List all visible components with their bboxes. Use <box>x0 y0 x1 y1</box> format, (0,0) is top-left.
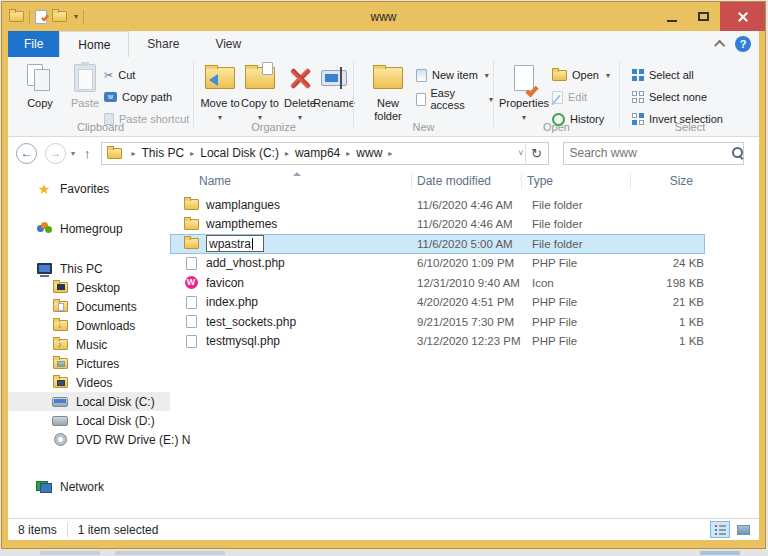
main-area: ★ Favorites Homegroup This PC <box>8 169 759 518</box>
properties-quick-icon[interactable] <box>35 10 47 24</box>
sidebar-item-pictures[interactable]: Pictures <box>8 354 170 373</box>
sidebar-item-desktop[interactable]: Desktop <box>8 278 170 297</box>
file-row-wampthemes[interactable]: wampthemes 11/6/2020 4:46 AM File folder <box>170 215 705 235</box>
breadcrumb-separator: ▸ <box>340 149 356 158</box>
copy-path-icon: w <box>104 92 117 102</box>
close-button[interactable] <box>720 2 765 31</box>
new-folder-icon <box>373 67 403 89</box>
copy-to-button[interactable]: Copy to ▾ <box>240 62 280 122</box>
back-icon: ← <box>21 146 33 160</box>
breadcrumb-wamp64[interactable]: wamp64 <box>295 146 340 160</box>
file-row-wpastra-selected[interactable]: wpastra 11/6/2020 5:00 AM File folder <box>170 234 705 254</box>
sidebar-item-music[interactable]: ♪ Music <box>8 335 170 354</box>
tab-share[interactable]: Share <box>129 31 197 57</box>
recent-locations-icon[interactable]: ▾ <box>71 149 75 158</box>
sidebar-item-favorites[interactable]: ★ Favorites <box>8 179 170 198</box>
background-window-sliver <box>0 550 768 556</box>
paste-button[interactable]: Paste <box>63 62 107 110</box>
details-view-button[interactable] <box>710 521 730 538</box>
search-input[interactable] <box>564 146 731 160</box>
copy-path-button[interactable]: w Copy path <box>104 87 172 107</box>
sidebar-item-documents[interactable]: Documents <box>8 297 170 316</box>
sidebar-item-videos[interactable]: Videos <box>8 373 170 392</box>
easy-access-button[interactable]: Easy access▾ <box>416 89 493 109</box>
open-button[interactable]: Open▾ <box>552 65 610 85</box>
group-label-clipboard: Clipboard <box>8 121 193 133</box>
refresh-button[interactable]: ↻ <box>525 143 548 164</box>
php-file-icon <box>186 315 197 328</box>
maximize-button[interactable] <box>686 2 720 31</box>
qat-dropdown-icon[interactable]: ▾ <box>74 12 78 21</box>
thumbnails-view-button[interactable] <box>733 521 753 538</box>
column-header-type[interactable]: Type <box>521 173 630 189</box>
quick-access-toolbar: ▾ <box>2 10 84 24</box>
cut-icon: ✂ <box>104 69 113 82</box>
sidebar-item-local-disk-c[interactable]: Local Disk (C:) <box>8 392 170 411</box>
address-bar[interactable]: ▸ This PC ▸ Local Disk (C:) ▸ wamp64 ▸ w… <box>101 142 549 165</box>
file-row-favicon[interactable]: Wfavicon 12/31/2010 9:40 AM Icon 198 KB <box>170 273 705 293</box>
text-cursor <box>252 238 253 250</box>
local-disk-c-icon <box>52 397 68 407</box>
navigation-pane: ★ Favorites Homegroup This PC <box>8 169 170 518</box>
address-folder-icon <box>107 148 122 159</box>
ribbon-group-select: Select all Select none Invert selection … <box>620 57 759 136</box>
sidebar-item-homegroup[interactable]: Homegroup <box>8 219 170 238</box>
properties-button[interactable]: Properties▾ <box>500 62 548 122</box>
easy-access-icon <box>416 93 426 106</box>
sidebar-item-downloads[interactable]: ↓ Downloads <box>8 316 170 335</box>
minimize-button[interactable] <box>657 2 686 31</box>
tab-view[interactable]: View <box>197 31 259 57</box>
select-none-button[interactable]: Select none <box>632 87 707 107</box>
column-header-date-modified[interactable]: Date modified <box>411 173 526 189</box>
select-all-button[interactable]: Select all <box>632 65 694 85</box>
file-row-test-sockets[interactable]: test_sockets.php 9/21/2015 7:30 PM PHP F… <box>170 312 705 332</box>
column-header-size[interactable]: Size <box>630 173 693 189</box>
breadcrumb-separator: ▸ <box>184 149 200 158</box>
desktop-icon <box>53 282 68 293</box>
address-dropdown-icon[interactable]: ˅ <box>518 143 523 164</box>
select-none-icon <box>632 91 644 103</box>
back-button[interactable]: ← <box>16 143 37 164</box>
file-row-testmysql[interactable]: testmysql.php 3/12/2020 12:23 PM PHP Fil… <box>170 332 705 352</box>
rename-input[interactable]: wpastra <box>206 235 264 252</box>
copy-button[interactable]: Copy <box>18 62 62 110</box>
qat-separator <box>29 10 30 24</box>
help-icon[interactable]: ? <box>735 36 751 52</box>
background-text-smudge <box>40 551 100 555</box>
forward-button[interactable]: → <box>45 143 66 164</box>
breadcrumb-www[interactable]: www <box>356 146 382 160</box>
app-folder-icon <box>9 11 24 22</box>
search-box[interactable] <box>563 142 744 165</box>
new-folder-quick-icon[interactable] <box>52 11 67 22</box>
file-row-wamplangues[interactable]: wamplangues 11/6/2020 4:46 AM File folde… <box>170 195 705 215</box>
title-bar[interactable]: ▾ www <box>2 2 765 31</box>
tab-home[interactable]: Home <box>59 31 129 57</box>
rename-button[interactable]: Rename <box>312 62 356 110</box>
breadcrumb-local-disk-c[interactable]: Local Disk (C:) <box>200 146 279 160</box>
refresh-icon: ↻ <box>531 146 542 161</box>
search-icon[interactable] <box>731 146 737 160</box>
sidebar-item-network[interactable]: Network <box>8 477 170 496</box>
computer-icon <box>37 263 52 274</box>
move-to-button[interactable]: Move to ▾ <box>200 62 240 122</box>
file-row-index[interactable]: index.php 4/20/2020 4:51 PM PHP File 21 … <box>170 293 705 313</box>
copy-icon <box>27 64 53 92</box>
sidebar-item-local-disk-d[interactable]: Local Disk (D:) <box>8 411 170 430</box>
breadcrumb-this-pc[interactable]: This PC <box>142 146 185 160</box>
documents-icon <box>53 301 68 312</box>
up-button[interactable]: ↑ <box>84 146 91 161</box>
navigation-bar: ← → ▾ ↑ ▸ This PC ▸ Local Disk (C:) ▸ wa… <box>8 137 759 169</box>
edit-button[interactable]: Edit <box>552 87 587 107</box>
new-item-button[interactable]: New item▾ <box>416 65 489 85</box>
new-folder-button[interactable]: New folder <box>366 62 410 122</box>
file-row-add-vhost[interactable]: add_vhost.php 6/10/2020 1:09 PM PHP File… <box>170 254 705 274</box>
sidebar-item-dvd-drive[interactable]: DVD RW Drive (E:) N <box>8 430 170 449</box>
php-file-icon <box>186 296 197 309</box>
selected-count: 1 item selected <box>78 523 159 537</box>
window-content: File Home Share View ? Copy <box>8 31 759 540</box>
tab-file[interactable]: File <box>8 31 59 57</box>
sidebar-item-this-pc[interactable]: This PC <box>8 259 170 278</box>
cut-button[interactable]: ✂ Cut <box>104 65 135 85</box>
ribbon-group-new: New folder New item▾ Easy access▾ New <box>354 57 493 136</box>
dvd-drive-icon <box>54 433 67 446</box>
